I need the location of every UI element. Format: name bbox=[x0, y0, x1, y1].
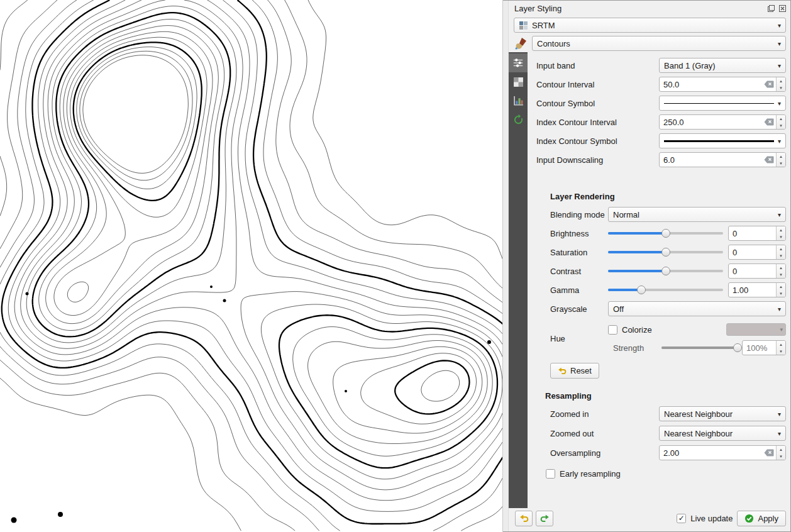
slider-handle[interactable] bbox=[637, 285, 646, 294]
grayscale-combo[interactable]: Off ▾ bbox=[608, 301, 786, 316]
contrast-row: Contrast 0 ▲▼ bbox=[550, 263, 786, 279]
colorize-label: Colorize bbox=[622, 325, 652, 335]
contrast-label: Contrast bbox=[550, 267, 608, 276]
contrast-slider[interactable] bbox=[608, 265, 723, 277]
undo-button[interactable] bbox=[515, 511, 533, 526]
input-downscaling-input[interactable]: 6.0 ▲▼ bbox=[659, 152, 786, 167]
input-downscaling-value: 6.0 bbox=[663, 155, 764, 165]
live-update-checkbox[interactable] bbox=[677, 514, 686, 523]
transparency-icon bbox=[513, 77, 524, 87]
brightness-slider[interactable] bbox=[608, 227, 723, 240]
thick-line-symbol-preview bbox=[664, 140, 774, 142]
brightness-row: Brightness 0 ▲▼ bbox=[550, 225, 786, 241]
colorize-color-swatch[interactable]: ▾ bbox=[726, 323, 786, 336]
clear-value-icon[interactable] bbox=[764, 449, 774, 457]
contrast-input[interactable]: 0 ▲▼ bbox=[728, 263, 786, 279]
map-point-feature bbox=[345, 390, 347, 392]
saturation-input[interactable]: 0 ▲▼ bbox=[728, 245, 786, 260]
tab-transparency[interactable] bbox=[509, 72, 528, 91]
panel-body: Input band Band 1 (Gray) ▾ Contour Inter… bbox=[509, 52, 791, 508]
spin-buttons[interactable]: ▲▼ bbox=[776, 446, 785, 460]
slider-handle[interactable] bbox=[661, 248, 670, 257]
zoomed-in-combo[interactable]: Nearest Neighbour ▾ bbox=[659, 406, 786, 421]
chevron-down-icon: ▾ bbox=[778, 138, 781, 145]
map-point-feature bbox=[11, 518, 17, 523]
spin-buttons[interactable]: ▲▼ bbox=[776, 245, 785, 259]
saturation-slider[interactable] bbox=[608, 246, 723, 258]
spin-buttons[interactable]: ▲▼ bbox=[776, 153, 785, 167]
brightness-label: Brightness bbox=[550, 229, 608, 238]
history-icon bbox=[513, 114, 524, 125]
reset-button[interactable]: Reset bbox=[550, 363, 599, 379]
early-resampling-checkbox[interactable] bbox=[546, 469, 555, 479]
brightness-input[interactable]: 0 ▲▼ bbox=[728, 226, 786, 241]
zoomed-out-combo[interactable]: Nearest Neighbour ▾ bbox=[659, 426, 786, 441]
style-type-combo[interactable]: Contours ▾ bbox=[532, 36, 786, 51]
oversampling-value: 2.00 bbox=[663, 448, 764, 458]
strength-slider[interactable] bbox=[661, 341, 738, 354]
blending-mode-combo[interactable]: Normal ▾ bbox=[608, 207, 786, 222]
early-resampling-label: Early resampling bbox=[560, 469, 621, 479]
spin-buttons[interactable]: ▲▼ bbox=[776, 341, 785, 355]
index-contour-symbol-combo[interactable]: ▾ bbox=[659, 133, 786, 148]
zoomed-out-label: Zoomed out bbox=[550, 429, 659, 438]
zoomed-out-row: Zoomed out Nearest Neighbour ▾ bbox=[550, 425, 786, 441]
panel-splitter[interactable] bbox=[503, 0, 509, 532]
blending-mode-value: Normal bbox=[613, 210, 639, 219]
contour-symbol-label: Contour Symbol bbox=[536, 99, 659, 108]
chevron-down-icon: ▾ bbox=[778, 40, 781, 47]
hue-group: Hue Colorize ▾ Strength bbox=[550, 319, 786, 358]
apply-button[interactable]: Apply bbox=[737, 511, 786, 526]
clear-value-icon[interactable] bbox=[764, 80, 774, 88]
slider-handle[interactable] bbox=[661, 267, 670, 275]
index-contour-interval-label: Index Contour Interval bbox=[536, 118, 659, 127]
oversampling-label: Oversampling bbox=[550, 448, 659, 458]
contour-symbol-combo[interactable]: ▾ bbox=[659, 96, 786, 111]
oversampling-row: Oversampling 2.00 ▲▼ bbox=[550, 445, 786, 461]
slider-handle[interactable] bbox=[661, 229, 670, 238]
close-panel-button[interactable] bbox=[778, 4, 787, 13]
reset-label: Reset bbox=[570, 366, 592, 375]
oversampling-input[interactable]: 2.00 ▲▼ bbox=[659, 445, 786, 460]
layer-select-combo[interactable]: SRTM ▾ bbox=[514, 18, 786, 33]
slider-handle[interactable] bbox=[733, 343, 742, 352]
resampling-heading: Resampling bbox=[545, 391, 786, 401]
contrast-value: 0 bbox=[733, 267, 776, 276]
tab-symbology[interactable] bbox=[509, 53, 528, 72]
chevron-down-icon: ▾ bbox=[778, 100, 781, 107]
contour-map bbox=[0, 0, 503, 532]
panel-header: Layer Styling bbox=[509, 0, 791, 16]
spin-buttons[interactable]: ▲▼ bbox=[776, 226, 785, 240]
spin-buttons[interactable]: ▲▼ bbox=[776, 264, 785, 278]
input-band-combo[interactable]: Band 1 (Gray) ▾ bbox=[659, 58, 786, 73]
gamma-input[interactable]: 1.00 ▲▼ bbox=[728, 282, 786, 297]
live-update-label: Live update bbox=[690, 514, 733, 523]
index-contour-interval-input[interactable]: 250.0 ▲▼ bbox=[659, 114, 786, 130]
clear-value-icon[interactable] bbox=[764, 118, 774, 126]
layer-styling-panel: Layer Styling bbox=[509, 0, 791, 532]
contour-interval-input[interactable]: 50.0 ▲▼ bbox=[659, 77, 786, 92]
input-band-value: Band 1 (Gray) bbox=[664, 61, 716, 70]
redo-button[interactable] bbox=[536, 511, 553, 526]
spin-buttons[interactable]: ▲▼ bbox=[776, 283, 785, 297]
histogram-icon bbox=[513, 96, 524, 106]
gamma-slider[interactable] bbox=[608, 284, 723, 296]
contours-form: Input band Band 1 (Gray) ▾ Contour Inter… bbox=[528, 52, 791, 508]
undo-icon bbox=[519, 514, 529, 523]
spin-buttons[interactable]: ▲▼ bbox=[776, 77, 785, 91]
map-point-feature bbox=[487, 340, 491, 344]
spin-buttons[interactable]: ▲▼ bbox=[776, 115, 785, 129]
map-point-feature bbox=[223, 299, 226, 302]
colorize-checkbox[interactable] bbox=[608, 325, 617, 335]
strength-input[interactable]: 100% ▲▼ bbox=[742, 340, 786, 355]
contour-interval-row: Contour Interval 50.0 ▲▼ bbox=[536, 76, 786, 92]
layer-rendering-heading: Layer Rendering bbox=[550, 192, 786, 201]
tab-history[interactable] bbox=[509, 110, 528, 129]
tab-histogram[interactable] bbox=[509, 91, 528, 110]
clear-value-icon[interactable] bbox=[764, 156, 774, 163]
brightness-value: 0 bbox=[733, 229, 776, 238]
grayscale-value: Off bbox=[613, 304, 624, 314]
float-panel-button[interactable] bbox=[766, 4, 775, 13]
gamma-row: Gamma 1.00 ▲▼ bbox=[550, 282, 786, 298]
map-canvas[interactable] bbox=[0, 0, 503, 532]
